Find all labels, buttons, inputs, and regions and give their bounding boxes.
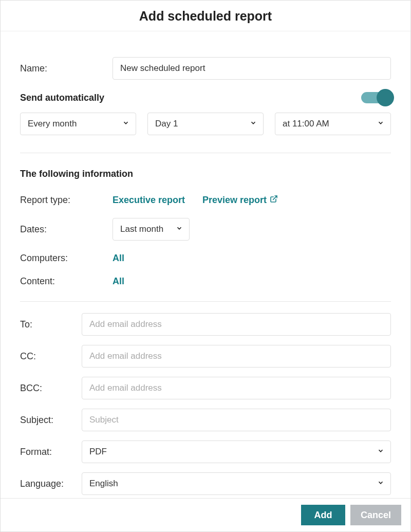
format-select[interactable]: PDF [82, 441, 391, 463]
format-value: PDF [89, 447, 107, 457]
send-auto-row: Send automatically [20, 92, 391, 103]
dates-row: Dates: Last month [20, 218, 391, 241]
add-button[interactable]: Add [301, 505, 345, 525]
time-value: at 11:00 AM [283, 119, 329, 129]
chevron-down-icon [250, 119, 257, 129]
email-section: To: CC: BCC: Subject: Format: PDF [20, 313, 391, 495]
chevron-down-icon [377, 447, 384, 457]
add-scheduled-report-dialog: Add scheduled report Name: Send automati… [0, 0, 411, 532]
language-row: Language: English [20, 472, 391, 495]
send-auto-toggle[interactable] [361, 92, 391, 103]
content-value[interactable]: All [113, 276, 124, 287]
chevron-down-icon [377, 119, 384, 129]
dialog-title: Add scheduled report [1, 9, 410, 24]
dialog-body: Name: Send automatically Every month Day… [1, 31, 410, 498]
send-auto-label: Send automatically [20, 93, 104, 103]
subject-row: Subject: [20, 409, 391, 431]
day-select[interactable]: Day 1 [147, 113, 264, 135]
frequency-select[interactable]: Every month [20, 113, 136, 135]
subject-label: Subject: [20, 415, 82, 426]
to-row: To: [20, 313, 391, 336]
chevron-down-icon [176, 224, 183, 234]
dates-select[interactable]: Last month [113, 218, 190, 241]
bcc-input[interactable] [82, 377, 391, 399]
language-select[interactable]: English [82, 472, 391, 495]
language-value: English [89, 479, 118, 489]
computers-row: Computers: All [20, 253, 391, 264]
cc-row: CC: [20, 345, 391, 368]
cancel-button[interactable]: Cancel [350, 505, 401, 525]
to-input[interactable] [82, 313, 391, 336]
time-select[interactable]: at 11:00 AM [275, 113, 391, 135]
frequency-value: Every month [28, 119, 77, 129]
cc-label: CC: [20, 351, 82, 362]
name-row: Name: [20, 57, 391, 80]
divider [20, 301, 391, 302]
name-input[interactable] [113, 57, 391, 80]
day-value: Day 1 [155, 119, 178, 129]
name-label: Name: [20, 63, 113, 74]
info-section-header: The following information [20, 169, 391, 179]
report-type-label: Report type: [20, 195, 113, 206]
to-label: To: [20, 319, 82, 330]
divider [20, 153, 391, 153]
report-type-row: Report type: Executive report Preview re… [20, 195, 391, 206]
dialog-header: Add scheduled report [1, 1, 410, 31]
svg-line-0 [273, 196, 277, 199]
chevron-down-icon [122, 119, 129, 129]
dates-label: Dates: [20, 224, 113, 235]
dates-value: Last month [120, 224, 163, 234]
dialog-footer: Add Cancel [1, 498, 410, 531]
format-row: Format: PDF [20, 441, 391, 463]
subject-input[interactable] [82, 409, 391, 431]
computers-label: Computers: [20, 253, 113, 264]
cc-input[interactable] [82, 345, 391, 368]
preview-report-link[interactable]: Preview report [202, 195, 278, 206]
schedule-selects: Every month Day 1 at 11:00 AM [20, 113, 391, 135]
content-row: Content: All [20, 276, 391, 287]
toggle-knob-icon [377, 89, 394, 106]
external-link-icon [270, 195, 278, 206]
preview-report-label: Preview report [202, 195, 267, 206]
chevron-down-icon [377, 479, 384, 489]
bcc-row: BCC: [20, 377, 391, 399]
report-type-value[interactable]: Executive report [113, 195, 185, 206]
content-label: Content: [20, 276, 113, 287]
format-label: Format: [20, 447, 82, 457]
language-label: Language: [20, 479, 82, 489]
computers-value[interactable]: All [113, 253, 124, 264]
bcc-label: BCC: [20, 383, 82, 394]
